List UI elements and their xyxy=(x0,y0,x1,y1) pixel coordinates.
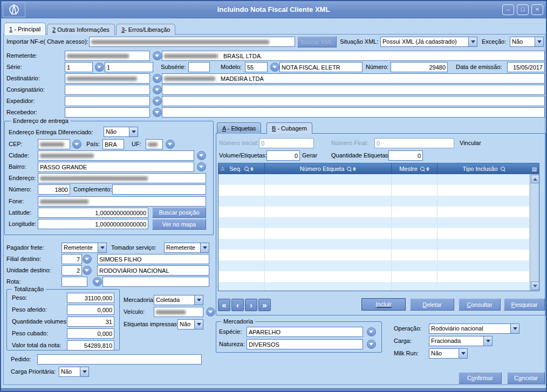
table-row[interactable] xyxy=(218,228,530,239)
scroll-down-icon[interactable] xyxy=(531,281,539,290)
buscar-posicao-button[interactable]: Buscar posição xyxy=(152,207,206,218)
column-header-mestre[interactable]: Mestre xyxy=(392,163,437,174)
excecao-dropdown-icon[interactable] xyxy=(535,37,543,46)
unidade-lookup-button[interactable] xyxy=(83,266,92,275)
expedidor-nome-input[interactable] xyxy=(162,96,545,106)
destinatario-lookup-button[interactable] xyxy=(153,74,162,83)
sort-arrows-icon[interactable] xyxy=(353,167,356,171)
numero-nota-input[interactable]: 29480 xyxy=(391,62,448,72)
valor-total-input[interactable]: 54289,810 xyxy=(67,340,114,350)
tomador-servico-dropdown-icon[interactable] xyxy=(200,243,209,252)
minimize-icon[interactable]: – xyxy=(502,4,514,15)
pais-input[interactable]: BRA xyxy=(102,139,124,149)
volume-etiquetas-input[interactable]: 0 xyxy=(266,150,300,161)
consignatario-nome-input[interactable] xyxy=(162,85,545,95)
table-row[interactable] xyxy=(218,260,530,271)
numero-inicial-input[interactable]: 0 xyxy=(259,138,314,148)
consignatario-lookup-button[interactable] xyxy=(153,85,162,94)
filter-icon[interactable] xyxy=(244,167,249,171)
latitude-input[interactable]: 1,00000000000000 xyxy=(38,208,148,218)
milk-run-select[interactable]: Não xyxy=(429,348,468,359)
destinatario-codigo-input[interactable] xyxy=(65,73,150,84)
complemento-input[interactable] xyxy=(112,184,206,195)
mercadoria-coleta-dropdown-icon[interactable] xyxy=(194,295,203,305)
carga-prioritaria-select[interactable]: Não xyxy=(59,367,89,377)
consultar-button[interactable]: Consultar xyxy=(459,298,501,311)
table-row[interactable] xyxy=(218,185,530,196)
pesquisar-button[interactable]: Pesquisar xyxy=(504,298,545,311)
close-icon[interactable]: × xyxy=(531,4,543,15)
expedidor-lookup-button[interactable] xyxy=(153,97,162,106)
rota-nome-input[interactable] xyxy=(102,277,209,287)
remetente-nome-input[interactable]: BRASIL LTDA. xyxy=(162,51,545,61)
nav-first-button[interactable]: « xyxy=(218,299,230,311)
uf-input[interactable] xyxy=(146,139,163,149)
table-row[interactable] xyxy=(218,217,530,228)
numero-endereco-input[interactable]: 1800 xyxy=(38,184,70,195)
sort-arrows-icon[interactable] xyxy=(250,167,254,171)
chave-acesso-input[interactable] xyxy=(89,37,295,47)
especie-input[interactable]: APARELHO xyxy=(247,327,363,337)
filial-codigo-input[interactable]: 7 xyxy=(61,254,82,264)
bairro-lookup-button[interactable] xyxy=(197,162,206,171)
rota-codigo-input[interactable] xyxy=(61,277,87,287)
excecao-select[interactable]: Não xyxy=(510,37,544,47)
column-header-numero-etiqueta[interactable]: Número Etiqueta xyxy=(265,163,392,174)
cidade-lookup-button[interactable] xyxy=(197,151,206,160)
nav-next-button[interactable]: › xyxy=(245,299,257,311)
quantidade-etiquetas-input[interactable]: 0 xyxy=(388,150,423,161)
modelo-lookup-button[interactable] xyxy=(270,63,279,72)
cep-input[interactable] xyxy=(38,139,70,149)
carga-dropdown-icon[interactable] xyxy=(483,336,492,346)
uf-lookup-button[interactable] xyxy=(166,140,175,149)
bairro-input[interactable]: PASSO GRANDE xyxy=(38,162,194,172)
especie-lookup-button[interactable] xyxy=(367,327,376,336)
filial-lookup-button[interactable] xyxy=(83,255,92,264)
peso-cubado-input[interactable]: 0,000 xyxy=(67,328,114,339)
peso-input[interactable]: 31100,000 xyxy=(67,293,114,303)
expedidor-codigo-input[interactable] xyxy=(65,96,150,106)
recebedor-lookup-button[interactable] xyxy=(153,108,162,117)
table-row[interactable] xyxy=(218,239,530,250)
table-row[interactable] xyxy=(218,271,530,282)
unidade-nome-input[interactable]: RODOVIÁRIO NACIONAL xyxy=(97,265,209,276)
maximize-icon[interactable]: □ xyxy=(517,4,529,15)
tab-principal[interactable]: 1 - Principal xyxy=(4,23,46,35)
pedido-input[interactable] xyxy=(37,354,202,365)
operacao-dropdown-icon[interactable] xyxy=(510,324,519,333)
serie-lookup-button[interactable] xyxy=(95,63,104,72)
natureza-lookup-button[interactable] xyxy=(367,340,376,349)
cep-lookup-button[interactable] xyxy=(72,140,81,149)
milk-run-dropdown-icon[interactable] xyxy=(459,349,467,358)
quantidade-volumes-input[interactable]: 31 xyxy=(67,317,114,327)
fone-input[interactable] xyxy=(38,196,206,207)
scroll-up-icon[interactable] xyxy=(531,175,539,183)
column-header-tipo-inclusao[interactable]: Tipo Inclusão xyxy=(437,163,530,174)
vincular-button[interactable]: Vincular xyxy=(460,139,481,147)
table-scrollbar[interactable] xyxy=(530,174,539,291)
tab-cubagem[interactable]: B - Cubagem xyxy=(266,122,312,134)
recebedor-nome-input[interactable] xyxy=(162,107,545,118)
recebedor-codigo-input[interactable] xyxy=(65,107,150,118)
remetente-codigo-input[interactable] xyxy=(65,51,150,61)
filter-icon[interactable] xyxy=(347,167,351,171)
pagador-frete-select[interactable]: Remetente xyxy=(61,243,107,253)
deletar-button[interactable]: Deletar xyxy=(410,298,454,311)
subserie-input[interactable] xyxy=(188,62,210,72)
table-row[interactable] xyxy=(218,250,530,260)
situacao-xml-select[interactable]: Possui XML (Já cadastrado) xyxy=(380,37,477,47)
table-row[interactable] xyxy=(218,196,530,207)
unidade-codigo-input[interactable]: 2 xyxy=(61,265,82,276)
ver-no-mapa-button[interactable]: Ver no mapa xyxy=(152,219,206,230)
serie-codigo-input[interactable]: 1 xyxy=(65,62,93,72)
nav-last-button[interactable]: » xyxy=(258,299,271,311)
sort-arrows-icon[interactable] xyxy=(426,167,429,171)
modelo-descricao-input[interactable]: NOTA FISCAL ELETR xyxy=(279,62,363,72)
numero-final-input[interactable]: 0 xyxy=(374,138,454,148)
etiquetas-impressas-dropdown-icon[interactable] xyxy=(194,320,203,329)
data-emissao-input[interactable]: 15/05/2017 xyxy=(507,62,545,72)
carga-select[interactable]: Fracionada xyxy=(429,336,493,346)
situacao-xml-dropdown-icon[interactable] xyxy=(468,37,477,46)
table-row[interactable] xyxy=(218,174,530,185)
endereco-diferenciado-select[interactable]: Não xyxy=(104,127,138,137)
